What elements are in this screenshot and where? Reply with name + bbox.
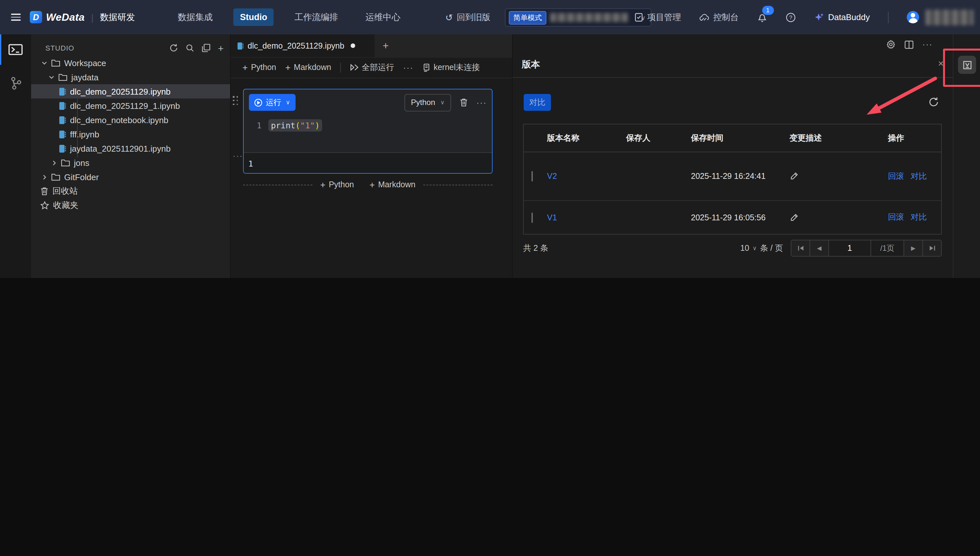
- close-icon[interactable]: ×: [938, 58, 944, 68]
- tree-item-notebook[interactable]: dlc_demo_20251129_1.ipynb: [31, 99, 230, 113]
- row-checkbox[interactable]: [532, 171, 533, 181]
- version-link[interactable]: V2: [547, 172, 626, 181]
- rollback-link[interactable]: 回滚: [888, 171, 904, 182]
- tree-item-notebook[interactable]: dlc_demo_notebook.ipynb: [31, 113, 230, 127]
- help-button[interactable]: ?: [785, 12, 796, 23]
- page-total-label: /1页: [871, 241, 904, 256]
- editor-tab-strip: dlc_demo_20251129.ipynb +: [231, 34, 512, 58]
- add-python-cell-button[interactable]: +Python: [243, 62, 276, 73]
- topbar-right-cluster: 项目管理 控制台 1 ?: [634, 0, 974, 34]
- cell-drag-handle[interactable]: [233, 96, 239, 106]
- add-markdown-button[interactable]: +Markdown: [362, 179, 423, 190]
- rollback-link[interactable]: 回滚: [888, 212, 904, 223]
- output-more-button[interactable]: ···: [233, 151, 243, 161]
- console-link[interactable]: 控制台: [699, 11, 739, 23]
- chevron-down-icon: [42, 60, 48, 66]
- save-time: 2025-11-29 16:24:41: [691, 172, 789, 181]
- edit-description-icon[interactable]: [789, 213, 888, 222]
- tree-item-gitfolder[interactable]: GitFolder: [31, 170, 230, 184]
- mode-badge: 简单模式: [509, 11, 547, 24]
- tab-notebook[interactable]: dlc_demo_20251129.ipynb: [231, 34, 375, 57]
- tree-item-favorites[interactable]: 收藏夹: [31, 198, 230, 213]
- delete-cell-icon[interactable]: [459, 98, 468, 107]
- page-size-select[interactable]: 10 ∨ 条 / 页: [740, 243, 783, 254]
- activity-bar: [0, 34, 31, 278]
- new-file-icon[interactable]: +: [218, 42, 223, 53]
- svg-text:?: ?: [789, 14, 792, 20]
- prev-page-button[interactable]: ◀: [810, 241, 829, 256]
- wedata-logo-icon[interactable]: D: [30, 11, 42, 23]
- nav-ops-center[interactable]: 运维中心: [359, 8, 407, 27]
- dashed-divider: [423, 184, 493, 185]
- notebook-toolbar: +Python +Markdown 全部运行 ··· kernel未连接: [231, 57, 512, 78]
- refresh-icon[interactable]: [928, 97, 939, 108]
- wedata-brand[interactable]: WeData: [46, 11, 84, 23]
- code-line[interactable]: 1 print("1"): [244, 119, 492, 131]
- next-page-button[interactable]: ▶: [904, 241, 923, 256]
- git-rail-button[interactable]: [0, 68, 31, 99]
- kernel-status[interactable]: kernel未连接: [423, 62, 480, 73]
- cell-header: 运行 ∨ Python ∨ ···: [244, 89, 492, 115]
- nav-workflow[interactable]: 工作流编排: [288, 8, 344, 27]
- edit-description-icon[interactable]: [789, 172, 888, 181]
- compare-link[interactable]: 对比: [910, 171, 927, 182]
- toolbar-more-button[interactable]: ···: [403, 63, 414, 72]
- panel-more-button[interactable]: ···: [922, 40, 933, 49]
- new-tab-button[interactable]: +: [375, 34, 397, 57]
- line-number: 1: [257, 121, 268, 130]
- chevron-down-icon: ∨: [440, 99, 445, 106]
- add-python-button[interactable]: +Python: [312, 179, 362, 190]
- tree-item-notebook[interactable]: fff.ipynb: [31, 127, 230, 141]
- settings-gear-icon[interactable]: [886, 40, 896, 49]
- undo-icon: ↺: [445, 12, 453, 23]
- databuddy-button[interactable]: DataBuddy: [814, 12, 870, 23]
- user-avatar[interactable]: [907, 11, 919, 23]
- product-name: 数据研发: [100, 11, 135, 23]
- notification-count-badge: 1: [762, 6, 773, 15]
- table-row: V1 2025-11-29 16:05:56 回滚 对比: [524, 201, 941, 234]
- version-link[interactable]: V1: [547, 213, 626, 222]
- tree-item-notebook[interactable]: dlc_demo_20251129.ipynb: [31, 84, 230, 99]
- back-to-old-version[interactable]: ↺ 回到旧版: [445, 0, 490, 34]
- tree-item-workspace[interactable]: Workspace: [31, 56, 230, 70]
- notebook-file-icon: [59, 87, 66, 95]
- notebook-file-icon: [59, 102, 66, 110]
- modified-dot-icon[interactable]: [351, 44, 355, 48]
- tree-item-notebook[interactable]: jaydata_2025112901.ipynb: [31, 141, 230, 155]
- add-markdown-cell-button[interactable]: +Markdown: [285, 62, 331, 73]
- row-checkbox[interactable]: [532, 212, 533, 223]
- chevron-down-icon: ∨: [286, 99, 290, 106]
- project-management-link[interactable]: 项目管理: [634, 11, 681, 23]
- notebook-file-icon: [237, 42, 244, 50]
- nav-studio[interactable]: Studio: [233, 8, 273, 26]
- project-mode-select[interactable]: 简单模式 ∨: [505, 8, 652, 27]
- notifications-bell[interactable]: 1: [757, 12, 767, 23]
- refresh-icon[interactable]: [169, 44, 178, 52]
- cell-more-button[interactable]: ···: [476, 97, 487, 107]
- first-page-button[interactable]: [791, 241, 810, 256]
- notebook-file-icon: [59, 144, 66, 153]
- collapse-all-icon[interactable]: [202, 44, 211, 52]
- notebook-cell[interactable]: 运行 ∨ Python ∨ ··· 1 print("1"): [243, 89, 493, 174]
- redacted-project-name: [550, 13, 628, 22]
- cell-output: 1: [244, 152, 492, 174]
- tree-item-jons[interactable]: jons: [31, 155, 230, 170]
- compare-link[interactable]: 对比: [910, 212, 927, 223]
- search-icon[interactable]: [185, 44, 194, 52]
- cell-language-select[interactable]: Python ∨: [404, 94, 451, 111]
- save-time: 2025-11-29 16:05:56: [691, 213, 789, 222]
- nav-data-integration[interactable]: 数据集成: [171, 8, 219, 27]
- terminal-rail-button[interactable]: [0, 34, 31, 65]
- last-page-button[interactable]: [923, 241, 941, 256]
- tree-item-jaydata[interactable]: jaydata: [31, 70, 230, 84]
- tree-item-recycle-bin[interactable]: 回收站: [31, 184, 230, 198]
- version-history-rail-button[interactable]: [958, 56, 976, 74]
- explorer-title: STUDIO: [45, 44, 74, 52]
- run-all-button[interactable]: 全部运行: [350, 62, 394, 73]
- cloud-icon: [699, 13, 709, 22]
- compare-button[interactable]: 对比: [524, 94, 551, 111]
- split-layout-icon[interactable]: [904, 40, 914, 49]
- run-cell-button[interactable]: 运行 ∨: [249, 94, 295, 111]
- hamburger-menu-icon[interactable]: [11, 11, 21, 23]
- page-input[interactable]: 1: [829, 241, 871, 256]
